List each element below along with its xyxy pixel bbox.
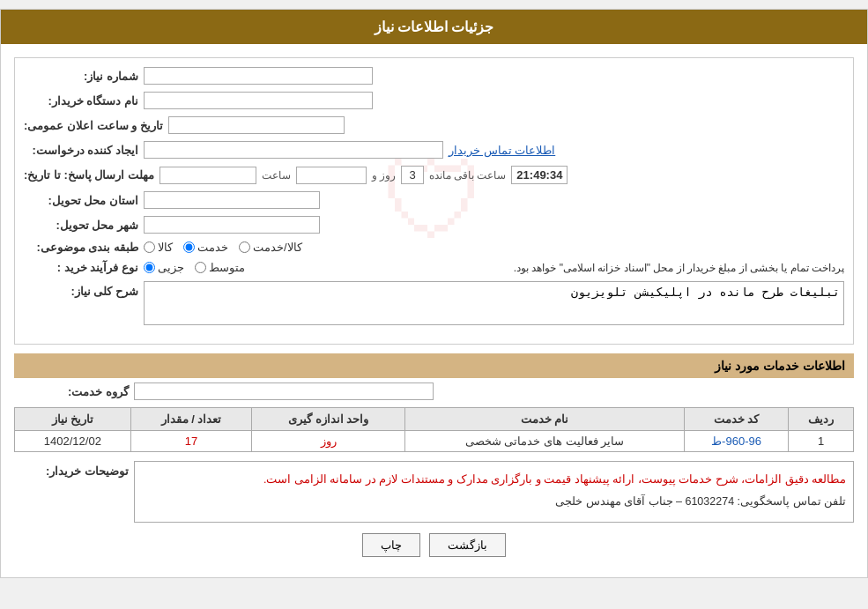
cell-tedad: 17 — [130, 431, 252, 452]
jozvi-radio[interactable]: جزیی — [144, 261, 184, 274]
mohlatErsal-label: مهلت ارسال پاسخ: تا تاریخ: — [24, 168, 154, 182]
saat-baghi-label: ساعت باقی مانده — [429, 169, 507, 182]
ostan-label: استان محل تحویل: — [24, 194, 138, 207]
cell-vahed: روز — [252, 431, 405, 452]
nam-dastgah-input[interactable]: بانک توسعه تعاون — [144, 92, 373, 109]
noeFarayand-radio-group: متوسط جزیی — [144, 261, 245, 274]
content-area: 🛡 1102001031000650 شماره نیاز: بانک توسع… — [1, 44, 867, 577]
ettela-tamas-link[interactable]: اطلاعات تماس خریدار — [449, 144, 555, 157]
sharh-kolli-row: شرح کلی نیاز: — [24, 281, 844, 328]
ijad-konande-label: ایجاد کننده درخواست: — [24, 144, 138, 157]
table-row: 1 960-96-ط سایر فعالیت های خدماتی شخصی ر… — [15, 431, 854, 452]
shomare-niaz-label: شماره نیاز: — [24, 70, 138, 83]
jozvi-label: جزیی — [158, 261, 184, 274]
main-form-section: 🛡 1102001031000650 شماره نیاز: بانک توسع… — [14, 57, 854, 345]
tarikh-saat-row: 1402/11/28 - 14:35 تاریخ و ساعت اعلان عم… — [24, 116, 844, 134]
saat-label: ساعت — [262, 169, 291, 182]
col-vahed: واحد اندازه گیری — [252, 408, 405, 431]
saat-input[interactable]: 15:00 — [296, 167, 367, 184]
tozihat-row: مطالعه دقیق الزامات، شرح خدمات پیوست، ار… — [14, 461, 854, 523]
tabaqeh-row: کالا/خدمت خدمت کالا طبقه بندی موضوعی: — [24, 241, 844, 254]
shahr-row: تهران شهر محل تحویل: — [24, 216, 844, 234]
tarikh-saat-input[interactable]: 1402/11/28 - 14:35 — [168, 116, 345, 134]
tozihat-line1: مطالعه دقیق الزامات، شرح خدمات پیوست، ار… — [263, 473, 846, 486]
jozvi-input[interactable] — [144, 262, 155, 273]
khadamat-input[interactable] — [183, 241, 195, 253]
back-button[interactable]: بازگشت — [429, 533, 506, 557]
nam-dastgah-row: بانک توسعه تعاون نام دستگاه خریدار: — [24, 92, 844, 109]
tabaqeh-radio-group: کالا/خدمت خدمت کالا — [144, 241, 302, 254]
tarikh-saat-label: تاریخ و ساعت اعلان عمومی: — [24, 119, 163, 132]
kalaKhadamat-radio[interactable]: کالا/خدمت — [239, 241, 302, 254]
noeFarayand-row: پرداخت تمام یا بخشی از مبلغ خریدار از مح… — [24, 261, 844, 274]
cell-nam: سایر فعالیت های خدماتی شخصی — [405, 431, 685, 452]
tozihat-content: مطالعه دقیق الزامات، شرح خدمات پیوست، ار… — [134, 461, 854, 523]
nam-dastgah-label: نام دستگاه خریدار: — [24, 94, 138, 108]
page-title: جزئیات اطلاعات نیاز — [375, 19, 494, 34]
mohlatErsal-row: 21:49:34 ساعت باقی مانده 3 روز و 15:00 س… — [24, 166, 844, 184]
page-header: جزئیات اطلاعات نیاز — [1, 10, 867, 44]
col-tarikh: تاریخ نیاز — [15, 408, 131, 431]
shahr-input[interactable]: تهران — [144, 216, 320, 234]
service-table: ردیف کد خدمت نام خدمت واحد اندازه گیری ت… — [14, 407, 854, 452]
form-inner: 1102001031000650 شماره نیاز: بانک توسعه … — [24, 67, 844, 328]
ostan-row: تهران استان محل تحویل: — [24, 191, 844, 209]
tabaqeh-label: طبقه بندی موضوعی: — [24, 241, 138, 254]
cell-radif: 1 — [789, 431, 854, 452]
main-container: جزئیات اطلاعات نیاز 🛡 1102001031000650 ش… — [0, 9, 868, 578]
motevasset-label: متوسط — [209, 261, 245, 274]
rooz-value: 3 — [401, 166, 423, 184]
tarikh-input[interactable]: 1402/12/02 — [160, 167, 256, 184]
motevasset-radio[interactable]: متوسط — [195, 261, 245, 274]
khadamat-label: خدمت — [197, 241, 228, 254]
cell-tarikh: 1402/12/02 — [15, 431, 131, 452]
button-area: بازگشت چاپ — [14, 533, 854, 557]
sharh-kolli-textarea[interactable] — [144, 281, 844, 325]
section2-title: اطلاعات خدمات مورد نیاز — [14, 353, 854, 378]
goroh-khadamat-row: سایر فعالیت‌های خدماتی گروه خدمت: — [14, 382, 854, 400]
shomare-niaz-input[interactable]: 1102001031000650 — [144, 67, 373, 85]
khadamat-radio[interactable]: خدمت — [183, 241, 228, 254]
goroh-khadamat-label: گروه خدمت: — [14, 385, 129, 398]
col-tedad: تعداد / مقدار — [130, 408, 252, 431]
col-radif: ردیف — [789, 408, 854, 431]
col-nam: نام خدمت — [405, 408, 685, 431]
kalaKhadamat-label: کالا/خدمت — [253, 241, 302, 254]
col-kod: کد خدمت — [684, 408, 788, 431]
ijad-konande-row: اطلاعات تماس خریدار محسن فرزان دوست کارش… — [24, 141, 844, 159]
tozihat-line2: تلفن تماس پاسخگویی: 61032274 – جناب آقای… — [555, 495, 846, 508]
ijad-konande-input[interactable]: محسن فرزان دوست کارشناس بانک توسعه تعاون — [144, 141, 443, 159]
kala-label: کالا — [158, 241, 173, 254]
print-button[interactable]: چاپ — [362, 533, 420, 557]
shomare-niaz-row: 1102001031000650 شماره نیاز: — [24, 67, 844, 85]
kala-radio[interactable]: کالا — [144, 241, 173, 254]
goroh-khadamat-input[interactable]: سایر فعالیت‌های خدماتی — [134, 382, 434, 400]
saat-baghi-value: 21:49:34 — [511, 166, 568, 184]
rooz-label: روز و — [372, 169, 396, 182]
ostan-input[interactable]: تهران — [144, 191, 320, 209]
kala-input[interactable] — [144, 241, 155, 253]
sharh-kolli-label: شرح کلی نیاز: — [24, 281, 138, 298]
kalaKhadamat-input[interactable] — [239, 241, 250, 253]
noeFarayand-label: نوع فرآیند خرید : — [24, 261, 138, 274]
shahr-label: شهر محل تحویل: — [24, 219, 138, 232]
cell-kod: 960-96-ط — [684, 431, 788, 452]
motevasset-input[interactable] — [195, 262, 206, 273]
noeFarayand-note: پرداخت تمام یا بخشی از مبلغ خریدار از مح… — [250, 262, 844, 274]
tozihat-label: توضیحات خریدار: — [14, 461, 129, 478]
